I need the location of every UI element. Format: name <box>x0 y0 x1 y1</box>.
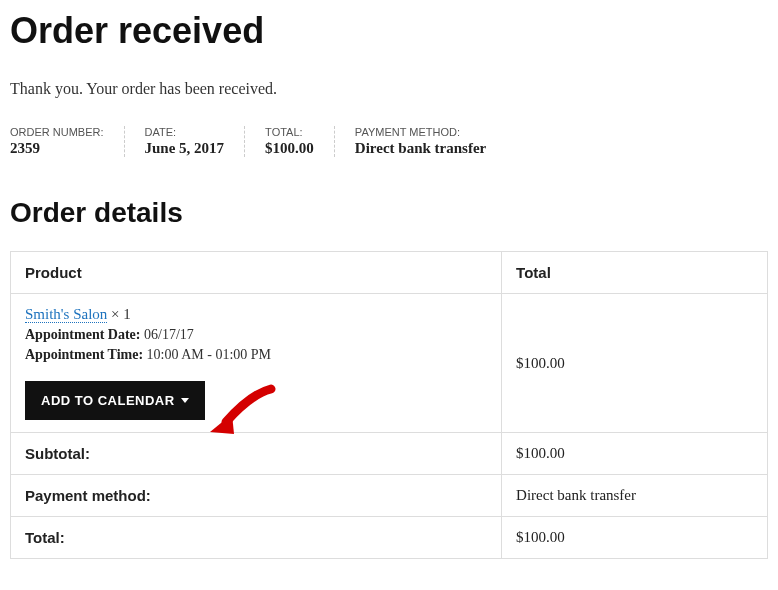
line-total: $100.00 <box>502 294 768 433</box>
grand-total-label: Total: <box>11 517 502 559</box>
col-product: Product <box>11 252 502 294</box>
product-cell: Smith's Salon × 1 Appointment Date: 06/1… <box>11 294 502 433</box>
thank-you-message: Thank you. Your order has been received. <box>10 80 768 98</box>
order-number-value: 2359 <box>10 140 104 157</box>
appointment-time-line: Appointment Time: 10:00 AM - 01:00 PM <box>25 347 487 363</box>
product-link[interactable]: Smith's Salon <box>25 306 107 323</box>
date-label: DATE: <box>145 126 225 138</box>
table-header-row: Product Total <box>11 252 768 294</box>
total-value: $100.00 <box>265 140 314 157</box>
summary-total: TOTAL: $100.00 <box>245 126 335 157</box>
appointment-time-label: Appointment Time: <box>25 347 143 362</box>
order-number-label: ORDER NUMBER: <box>10 126 104 138</box>
subtotal-label: Subtotal: <box>11 433 502 475</box>
product-qty: × 1 <box>107 306 130 322</box>
payment-method-row: Payment method: Direct bank transfer <box>11 475 768 517</box>
summary-order-number: ORDER NUMBER: 2359 <box>10 126 125 157</box>
col-total: Total <box>502 252 768 294</box>
payment-method-label: Payment method: <box>11 475 502 517</box>
appointment-time-value: 10:00 AM - 01:00 PM <box>147 347 271 362</box>
payment-value: Direct bank transfer <box>355 140 486 157</box>
total-row: Total: $100.00 <box>11 517 768 559</box>
total-label: TOTAL: <box>265 126 314 138</box>
payment-label: PAYMENT METHOD: <box>355 126 486 138</box>
chevron-down-icon <box>181 398 189 403</box>
subtotal-value: $100.00 <box>502 433 768 475</box>
subtotal-row: Subtotal: $100.00 <box>11 433 768 475</box>
summary-payment: PAYMENT METHOD: Direct bank transfer <box>335 126 506 157</box>
add-to-calendar-button[interactable]: ADD TO CALENDAR <box>25 381 205 420</box>
appointment-date-label: Appointment Date: <box>25 327 141 342</box>
summary-date: DATE: June 5, 2017 <box>125 126 246 157</box>
order-details-table: Product Total Smith's Salon × 1 Appointm… <box>10 251 768 559</box>
svg-marker-0 <box>210 414 234 434</box>
order-summary: ORDER NUMBER: 2359 DATE: June 5, 2017 TO… <box>10 126 768 157</box>
date-value: June 5, 2017 <box>145 140 225 157</box>
table-row: Smith's Salon × 1 Appointment Date: 06/1… <box>11 294 768 433</box>
page-title: Order received <box>10 10 768 52</box>
add-to-calendar-label: ADD TO CALENDAR <box>41 393 175 408</box>
appointment-date-line: Appointment Date: 06/17/17 <box>25 327 487 343</box>
appointment-date-value: 06/17/17 <box>144 327 194 342</box>
order-details-heading: Order details <box>10 197 768 229</box>
payment-method-value: Direct bank transfer <box>502 475 768 517</box>
grand-total-value: $100.00 <box>502 517 768 559</box>
